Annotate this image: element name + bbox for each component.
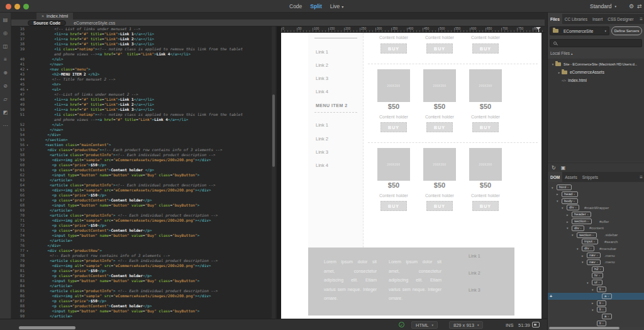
code-line[interactable]: 58 <article class="productInfo"><!-- Eac… xyxy=(11,152,277,157)
dom-tag-nav[interactable]: nav xyxy=(587,259,601,265)
dom-tag-head[interactable]: head xyxy=(562,191,578,197)
code-line[interactable]: 72 <p class="price">$50</p> xyxy=(11,223,277,228)
tree-arrow-icon[interactable]: ▾ xyxy=(577,247,579,251)
code-line[interactable]: 87 <p class="price">$50</p> xyxy=(11,299,277,304)
tree-arrow-icon[interactable]: ▸ xyxy=(567,220,569,224)
tree-arrow-icon[interactable]: ▾ xyxy=(557,199,558,203)
code-line[interactable]: 75 </article> xyxy=(11,238,277,243)
dom-tag-section[interactable]: section xyxy=(572,219,592,224)
dom-tree-row[interactable]: ▾div#mainWrapper xyxy=(548,204,644,211)
dom-tag-html[interactable]: html xyxy=(557,185,572,190)
dom-tag-div[interactable]: div xyxy=(572,225,584,231)
code-line[interactable]: 88 <p class="productContent">Content hol… xyxy=(11,304,277,309)
dom-tag-section[interactable]: section xyxy=(577,232,597,238)
fold-arrow-icon[interactable]: ▾ xyxy=(26,67,31,72)
zoom-window-button[interactable] xyxy=(23,4,29,9)
dom-tree-row[interactable]: a xyxy=(548,313,644,320)
dom-tag-li[interactable]: li xyxy=(597,321,606,326)
file-tree-row[interactable]: ▸eCommerceAssets xyxy=(548,68,644,76)
minimize-window-button[interactable] xyxy=(14,4,20,9)
code-line[interactable]: 42▾ <nav class="menu"> xyxy=(11,67,277,72)
code-line[interactable]: 71 <div><img alt="sample" src="eCommerce… xyxy=(11,218,277,223)
buy-button[interactable]: BUY xyxy=(426,43,453,54)
dom-tag-header[interactable]: header xyxy=(572,212,591,217)
dom-tag-a[interactable]: a xyxy=(602,293,612,299)
code-line[interactable]: 77▾ <div class="productRow"> xyxy=(11,248,277,253)
code-line[interactable]: 85 <article class="productInfo"> <!-- Ea… xyxy=(11,288,277,293)
tree-arrow-icon[interactable]: ▸ xyxy=(582,254,584,258)
buy-button[interactable]: BUY xyxy=(472,201,499,211)
footer-link[interactable]: Link 2 xyxy=(469,271,480,275)
file-tree-row[interactable]: ▾Site - ECommerceSite (Macintosh HD:User… xyxy=(548,60,644,68)
code-line[interactable]: 36 <li><a href="#" title="Link">Link 1</… xyxy=(11,31,277,37)
buy-button[interactable]: BUY xyxy=(380,201,407,211)
code-line[interactable]: 63 </article> xyxy=(11,178,277,183)
tree-arrow-icon[interactable]: ▾ xyxy=(562,206,564,210)
open-documents-icon[interactable]: ▤ xyxy=(3,18,8,23)
code-line[interactable]: 39 <li class="notimp"><!-- notimp class … xyxy=(11,47,277,52)
close-window-button[interactable] xyxy=(6,4,11,9)
cc-libraries-icon[interactable]: ◫ xyxy=(3,44,8,49)
code-line[interactable]: 84 </article> xyxy=(11,283,277,288)
code-line[interactable]: 89 <input type="button" name="button" va… xyxy=(11,309,277,314)
dom-tree-row[interactable]: ▾div#menubar xyxy=(548,245,644,252)
tab-cc-libraries[interactable]: CC Libraries xyxy=(562,14,590,24)
tree-arrow-icon[interactable]: ▾ xyxy=(550,62,555,66)
filter-icon[interactable] xyxy=(536,27,541,32)
dom-tag-body[interactable]: body xyxy=(562,198,578,204)
code-line[interactable]: 65 <div><img alt="sample" src="eCommerce… xyxy=(11,188,277,193)
add-element-button[interactable]: + xyxy=(550,294,552,299)
code-line[interactable]: 67 <p class="productContent">Content hol… xyxy=(11,198,277,203)
fold-arrow-icon[interactable]: ▾ xyxy=(26,87,31,92)
buy-button[interactable]: BUY xyxy=(380,43,407,54)
code-line[interactable]: 41 </nav> xyxy=(11,62,277,67)
doc-type-selector[interactable]: HTML ▾ xyxy=(411,321,438,329)
sidebar-link[interactable]: Link 1 xyxy=(316,49,328,55)
buy-button[interactable]: BUY xyxy=(380,122,407,132)
code-line[interactable]: 37 <li><a href="#" title="Link">Link 2</… xyxy=(11,37,277,42)
code-line[interactable]: 59 <div><img alt="sample" src="eCommerce… xyxy=(11,157,277,162)
code-line[interactable]: 76 </div> xyxy=(11,243,277,248)
split-divider[interactable] xyxy=(277,26,281,319)
buy-button[interactable]: BUY xyxy=(426,201,453,211)
code-line[interactable]: 47 <!--List of links under menuset 2 --> xyxy=(11,92,277,97)
code-line[interactable]: and phone views --><a href="#" title="Li… xyxy=(11,52,277,57)
dom-tag-input[interactable]: input xyxy=(582,239,598,244)
tab-assets[interactable]: Assets xyxy=(562,172,580,182)
dom-tree-row[interactable]: hr xyxy=(548,272,644,279)
tree-arrow-icon[interactable]: ▾ xyxy=(582,260,584,264)
tree-arrow-icon[interactable]: ▾ xyxy=(592,308,594,312)
lint-icon[interactable]: ⊘ xyxy=(3,84,8,89)
code-line[interactable]: 62 <input type="button" name="button" va… xyxy=(11,173,277,178)
code-line[interactable]: 53 </nav> xyxy=(11,127,277,132)
stylesheet-button[interactable]: eCommerceStyle.css xyxy=(74,21,115,25)
source-code-button[interactable]: Source Code xyxy=(28,20,66,26)
dom-tag-div[interactable]: div xyxy=(582,246,594,251)
code-line[interactable]: and phone views --><a href="#" title="Li… xyxy=(11,117,277,122)
code-line[interactable]: 64 <article class="productInfo"><!-- Eac… xyxy=(11,183,277,188)
code-line[interactable]: 38 <li><a href="#" title="Link">Link 3</… xyxy=(11,42,277,47)
code-line[interactable]: 74 <input type="button" name="button" va… xyxy=(11,233,277,238)
fold-arrow-icon[interactable]: ▾ xyxy=(26,248,31,253)
mode-split[interactable]: Split xyxy=(310,3,321,9)
dom-tree-row[interactable]: ▾li xyxy=(548,306,644,313)
dom-tree-row[interactable]: ▾li xyxy=(548,286,644,293)
code-line[interactable]: 79 <article class="productInfo"> <!-- Ea… xyxy=(11,258,277,263)
code-horizontal-scrollbar-thumb[interactable] xyxy=(19,326,75,329)
dom-tree-row[interactable]: li xyxy=(548,320,644,327)
settings-gear-icon[interactable]: ⚙ xyxy=(629,3,634,9)
code-line[interactable]: 40 </ul> xyxy=(11,57,277,62)
fold-arrow-icon[interactable]: ▾ xyxy=(26,142,31,147)
code-line[interactable]: 50 <li><a href="#" title="Link">Link 3</… xyxy=(11,107,277,112)
code-line[interactable]: 70 <article class="productInfo"> <!-- Ea… xyxy=(11,213,277,218)
local-files-header[interactable]: Local Files ▴ xyxy=(550,51,572,55)
tree-arrow-icon[interactable]: ▾ xyxy=(572,233,574,237)
dom-tag-nav[interactable]: nav xyxy=(587,253,601,258)
more-tools-icon[interactable]: ⋯ xyxy=(3,123,8,128)
sidebar-link[interactable]: Link 1 xyxy=(316,122,328,128)
dom-tag-ul[interactable]: ul xyxy=(592,280,602,285)
code-line[interactable]: 48 <li><a href="#" title="Link">Link 1</… xyxy=(11,97,277,102)
buy-button[interactable]: BUY xyxy=(472,122,499,132)
dom-tag-li[interactable]: li xyxy=(597,307,606,312)
code-line[interactable]: 83 <input type="button" name="button" va… xyxy=(11,278,277,283)
